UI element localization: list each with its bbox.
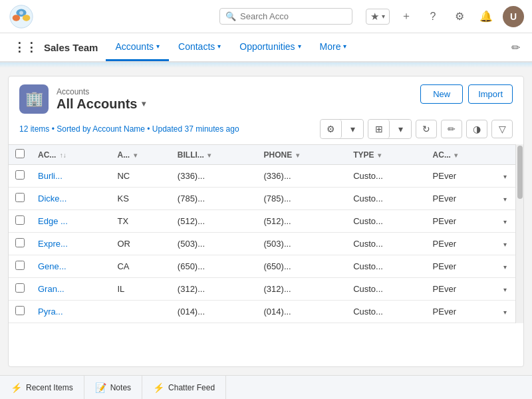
owner-cell: PEver (426, 255, 497, 278)
recent-items-icon: ⚡ (11, 382, 22, 393)
owner-cell: PEver (426, 301, 497, 323)
row-dropdown-button[interactable]: ▾ (503, 196, 507, 203)
filter-button[interactable]: ▽ (491, 120, 513, 138)
nav-item-opportunities[interactable]: Opportunities ▾ (230, 33, 310, 61)
recent-items-button[interactable]: ⚡ Recent Items (0, 376, 84, 399)
account-name-link[interactable]: Pyra... (38, 307, 63, 317)
row-checkbox[interactable] (15, 261, 25, 270)
notifications-button[interactable]: 🔔 (476, 7, 496, 27)
row-checkbox[interactable] (15, 170, 25, 180)
scrollbar-thumb[interactable] (517, 146, 523, 199)
col-type[interactable]: TYPE ▾ (346, 145, 426, 165)
row-dropdown-button[interactable]: ▾ (503, 173, 507, 180)
account-name-link[interactable]: Expre... (38, 239, 68, 249)
type-cell: Custo... (346, 301, 426, 323)
object-label: Accounts (57, 87, 146, 96)
col-billing[interactable]: BILLI... ▾ (171, 145, 257, 165)
phone-sort: ▾ (296, 152, 299, 159)
list-controls: 12 items • Sorted by Account Name • Upda… (9, 114, 523, 144)
col-phone[interactable]: PHONE ▾ (257, 145, 347, 165)
settings-chevron[interactable]: ▾ (342, 120, 363, 138)
billing-cell: (312)... (171, 278, 257, 301)
col-address[interactable]: A... ▾ (110, 145, 170, 165)
search-input[interactable] (240, 11, 346, 21)
sort-icons: ↑↓ (60, 152, 66, 159)
star-icon: ★ (370, 11, 379, 23)
row-num-cell (9, 301, 31, 323)
svg-point-3 (23, 15, 30, 21)
object-name: All Accounts ▾ (57, 96, 146, 112)
view-control-group: ⊞ ▾ (368, 119, 412, 139)
row-checkbox[interactable] (15, 215, 25, 225)
nav-item-accounts[interactable]: Accounts ▾ (106, 33, 169, 61)
app-name-label: Sales Team (44, 42, 98, 53)
nav-item-more[interactable]: More ▾ (311, 33, 356, 61)
table-row: Gene... CA (650)... (650)... Custo... PE… (9, 255, 515, 278)
row-checkbox[interactable] (15, 193, 25, 202)
object-icon: 🏢 (19, 84, 49, 114)
svg-point-4 (19, 11, 23, 15)
import-button[interactable]: Import (468, 84, 513, 104)
row-dropdown-button[interactable]: ▾ (503, 263, 507, 271)
main-navigation: ⋮⋮ Sales Team Accounts ▾ Contacts ▾ Oppo… (0, 33, 532, 63)
type-cell: Custo... (346, 255, 426, 278)
table-row: Dicke... KS (785)... (785)... Custo... P… (9, 188, 515, 210)
settings-button[interactable]: ⚙ (450, 7, 469, 27)
add-button[interactable]: ＋ (396, 7, 416, 27)
row-action-cell: ▾ (497, 278, 515, 301)
object-title-chevron[interactable]: ▾ (142, 99, 146, 108)
table-body: Burli... NC (336)... (336)... Custo... P… (9, 165, 515, 323)
row-dropdown-button[interactable]: ▾ (503, 218, 507, 225)
scrollbar[interactable] (515, 144, 523, 323)
select-all-checkbox[interactable] (15, 149, 25, 158)
phone-cell: (503)... (257, 233, 347, 255)
row-checkbox[interactable] (15, 283, 25, 293)
row-dropdown-button[interactable]: ▾ (503, 241, 507, 248)
row-checkbox[interactable] (15, 306, 25, 315)
phone-cell: (785)... (257, 188, 347, 210)
help-button[interactable]: ? (423, 7, 443, 27)
account-name-link[interactable]: Edge ... (38, 216, 68, 226)
address-cell: NC (110, 165, 170, 188)
refresh-button[interactable]: ↻ (416, 120, 437, 138)
col-account-name[interactable]: AC... ↑↓ (31, 145, 110, 165)
account-name-link[interactable]: Gran... (38, 284, 65, 294)
owner-cell: PEver (426, 278, 497, 301)
address-sort: ▾ (134, 152, 137, 159)
notes-button[interactable]: 📝 Notes (84, 376, 142, 399)
table-row: Expre... OR (503)... (503)... Custo... P… (9, 233, 515, 255)
row-num-cell (9, 188, 31, 210)
account-name-link[interactable]: Gene... (38, 261, 66, 271)
accounts-chevron: ▾ (156, 43, 160, 50)
notes-label: Notes (110, 383, 131, 392)
grid-view-button[interactable]: ⊞ (368, 120, 390, 138)
new-button[interactable]: New (420, 84, 463, 104)
accounts-table: AC... ↑↓ A... ▾ BILLI... ▾ PHONE ▾ TYPE (9, 144, 515, 323)
col-owner[interactable]: AC... ▾ (426, 145, 497, 165)
address-cell: IL (110, 278, 170, 301)
row-num-cell (9, 210, 31, 233)
account-name-cell: Expre... (31, 233, 110, 255)
search-bar[interactable]: 🔍 (219, 8, 352, 25)
account-name-link[interactable]: Dicke... (38, 194, 66, 203)
address-cell: TX (110, 210, 170, 233)
owner-cell: PEver (426, 233, 497, 255)
favorites-button[interactable]: ★ ▾ (366, 9, 390, 25)
view-chevron[interactable]: ▾ (390, 120, 411, 138)
list-settings-button[interactable]: ⚙ (321, 120, 342, 138)
chatter-feed-button[interactable]: ⚡ Chatter Feed (142, 376, 226, 399)
user-avatar[interactable]: U (503, 6, 524, 27)
edit-button[interactable]: ✏ (441, 120, 462, 138)
row-dropdown-button[interactable]: ▾ (503, 286, 507, 293)
address-cell: KS (110, 188, 170, 210)
nav-edit-button[interactable]: ✏ (505, 33, 527, 61)
table-row: Gran... IL (312)... (312)... Custo... PE… (9, 278, 515, 301)
chart-button[interactable]: ◑ (466, 120, 487, 138)
bottom-bar: ⚡ Recent Items 📝 Notes ⚡ Chatter Feed (0, 375, 532, 399)
nav-item-contacts[interactable]: Contacts ▾ (169, 33, 230, 61)
row-checkbox[interactable] (15, 238, 25, 247)
type-cell: Custo... (346, 278, 426, 301)
row-dropdown-button[interactable]: ▾ (503, 309, 507, 316)
account-name-link[interactable]: Burli... (38, 171, 63, 181)
row-action-cell: ▾ (497, 233, 515, 255)
